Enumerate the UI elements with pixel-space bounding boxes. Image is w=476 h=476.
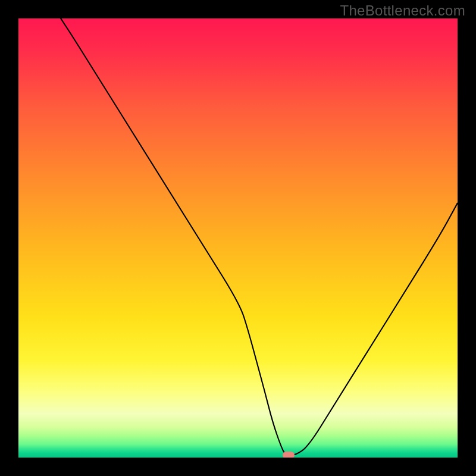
plot-area <box>18 18 458 458</box>
curve-path <box>18 18 458 455</box>
bottleneck-curve <box>18 18 458 458</box>
watermark-text: TheBottleneck.com <box>340 2 465 19</box>
optimal-point-marker <box>283 452 295 458</box>
chart-frame: TheBottleneck.com <box>0 0 476 476</box>
